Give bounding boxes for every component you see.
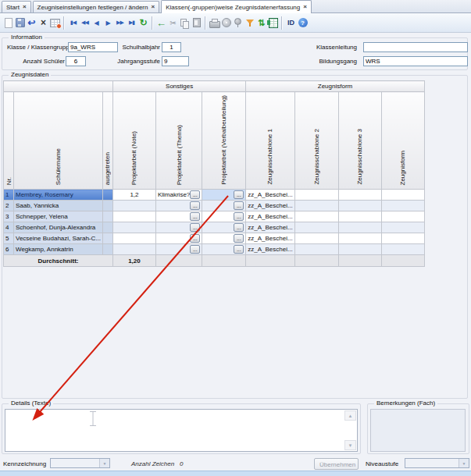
ellipsis-button[interactable]: ... (234, 234, 244, 243)
cell-name[interactable]: Schnepper, Yelena (14, 211, 103, 222)
cell-zeugnisform[interactable] (381, 201, 424, 211)
nav-prev-icon[interactable]: ◀ (91, 15, 102, 30)
student-row[interactable]: 5Vecseine Budahazi, Sarah-C.........zz_A… (4, 233, 425, 244)
cell-thema[interactable]: ... (155, 211, 202, 222)
save-icon[interactable] (14, 15, 26, 30)
uebernehmen-button[interactable]: Übernehmen (314, 458, 359, 470)
paste-icon[interactable] (191, 15, 202, 30)
cell-thema[interactable]: ... (155, 244, 202, 255)
cell-schablone2[interactable] (294, 244, 338, 255)
cell-nr[interactable]: 4 (4, 222, 14, 233)
cell-note[interactable] (112, 222, 155, 233)
cell-schablone1[interactable]: zz_A_Beschei... (246, 201, 294, 211)
tab-start[interactable]: Start× (2, 1, 31, 12)
cell-nr[interactable]: 2 (4, 201, 14, 211)
excel-icon[interactable] (267, 15, 279, 30)
cell-schablone2[interactable] (294, 233, 338, 244)
cell-ausgetreten[interactable] (102, 211, 112, 222)
cell-ausgetreten[interactable] (102, 190, 112, 201)
copy-icon[interactable] (179, 15, 191, 30)
cell-note[interactable] (112, 201, 155, 211)
cell-schablone1[interactable]: zz_A_Beschei... (246, 244, 294, 255)
nav-last-icon[interactable]: ▶▮ (126, 15, 137, 30)
ellipsis-button[interactable]: ... (190, 201, 200, 210)
disc-icon[interactable] (220, 15, 232, 30)
ellipsis-button[interactable]: ... (234, 212, 244, 221)
tab-close-icon[interactable]: × (303, 4, 307, 10)
jahrgangsstufe-input[interactable] (162, 56, 189, 66)
cell-schablone1[interactable]: zz_A_Beschei... (246, 190, 294, 201)
cell-verbal[interactable]: ... (202, 233, 246, 244)
cell-zeugnisform[interactable] (381, 244, 424, 255)
ellipsis-button[interactable]: ... (190, 245, 200, 254)
sync-icon[interactable]: ⇅ (255, 15, 267, 30)
cell-schablone2[interactable] (294, 211, 338, 222)
table-edit-icon[interactable] (49, 15, 61, 30)
anzahl-schueler-input[interactable] (66, 56, 86, 66)
cell-note[interactable]: 1,2 (112, 190, 155, 201)
student-row[interactable]: 6Wegkamp, Annkatrin......zz_A_Beschei... (4, 244, 425, 255)
cell-name[interactable]: Membrey, Rosemary (14, 190, 103, 201)
delete-icon[interactable]: × (37, 15, 49, 30)
cell-note[interactable] (112, 211, 155, 222)
cell-note[interactable] (112, 233, 155, 244)
scroll-down-icon[interactable]: ▼ (344, 440, 356, 450)
refresh-icon[interactable]: ↻ (137, 15, 149, 30)
cell-zeugnisform[interactable] (381, 211, 424, 222)
tab-close-icon[interactable]: × (23, 4, 27, 10)
cell-zeugnisform[interactable] (381, 222, 424, 233)
pin-icon[interactable] (232, 15, 244, 30)
cell-verbal[interactable]: ... (202, 211, 246, 222)
cell-thema[interactable]: ... (155, 233, 202, 244)
cell-nr[interactable]: 3 (4, 211, 14, 222)
tab-klassenweise-zeugnisdatenerfassung[interactable]: Klassen(-gruppen)weise Zeugnisdatenerfas… (161, 0, 312, 13)
print-icon[interactable] (209, 15, 220, 30)
nav-fast-next-icon[interactable]: ▶▶ (114, 15, 126, 30)
cell-schablone3[interactable] (338, 233, 381, 244)
cell-schablone3[interactable] (338, 211, 381, 222)
details-textarea[interactable]: ▲ ▼ (5, 409, 358, 452)
ellipsis-button[interactable]: ... (234, 201, 244, 210)
ellipsis-button[interactable]: ... (234, 245, 244, 254)
cell-nr[interactable]: 5 (4, 233, 14, 244)
cell-note[interactable] (112, 244, 155, 255)
cell-name[interactable]: Wegkamp, Annkatrin (14, 244, 103, 255)
student-row[interactable]: 3Schnepper, Yelena......zz_A_Beschei... (4, 211, 425, 222)
cell-thema[interactable]: ... (155, 222, 202, 233)
cell-ausgetreten[interactable] (102, 244, 112, 255)
cell-schablone2[interactable] (294, 190, 338, 201)
bemerkungen-textarea[interactable] (370, 409, 466, 452)
bildungsgang-input[interactable] (363, 56, 468, 66)
cell-verbal[interactable]: ... (202, 201, 246, 211)
undo-icon[interactable]: ↩ (26, 15, 37, 30)
cell-schablone3[interactable] (338, 222, 381, 233)
cell-schablone2[interactable] (294, 222, 338, 233)
cell-ausgetreten[interactable] (102, 222, 112, 233)
back-arrow-icon[interactable]: ← (155, 15, 167, 30)
cell-nr[interactable]: 1 (4, 190, 14, 201)
tab-close-icon[interactable]: × (151, 4, 155, 10)
student-row[interactable]: 2Saab, Yannicka......zz_A_Beschei... (4, 201, 425, 211)
cell-name[interactable]: Saab, Yannicka (14, 201, 103, 211)
ellipsis-button[interactable]: ... (234, 223, 244, 232)
cell-schablone1[interactable]: zz_A_Beschei... (246, 222, 294, 233)
cut-icon[interactable]: ✂ (167, 15, 179, 30)
filter-icon[interactable] (244, 15, 255, 30)
ellipsis-button[interactable]: ... (190, 190, 200, 199)
cell-verbal[interactable]: ... (202, 190, 246, 201)
cell-verbal[interactable]: ... (202, 222, 246, 233)
ellipsis-button[interactable]: ... (190, 234, 200, 243)
schulhalbjahr-input[interactable] (162, 42, 181, 52)
cell-ausgetreten[interactable] (102, 201, 112, 211)
cell-thema[interactable]: ... (155, 201, 202, 211)
cell-zeugnisform[interactable] (381, 233, 424, 244)
scroll-up-icon[interactable]: ▲ (344, 410, 356, 421)
cell-schablone1[interactable]: zz_A_Beschei... (246, 233, 294, 244)
student-row[interactable]: 4Schoenhof, Dunja-Alexandra......zz_A_Be… (4, 222, 425, 233)
nav-next-icon[interactable]: ▶ (102, 15, 114, 30)
ellipsis-button[interactable]: ... (234, 190, 244, 199)
cell-schablone3[interactable] (338, 190, 381, 201)
cell-schablone3[interactable] (338, 201, 381, 211)
cell-schablone3[interactable] (338, 244, 381, 255)
help-icon[interactable]: ? (297, 15, 309, 30)
